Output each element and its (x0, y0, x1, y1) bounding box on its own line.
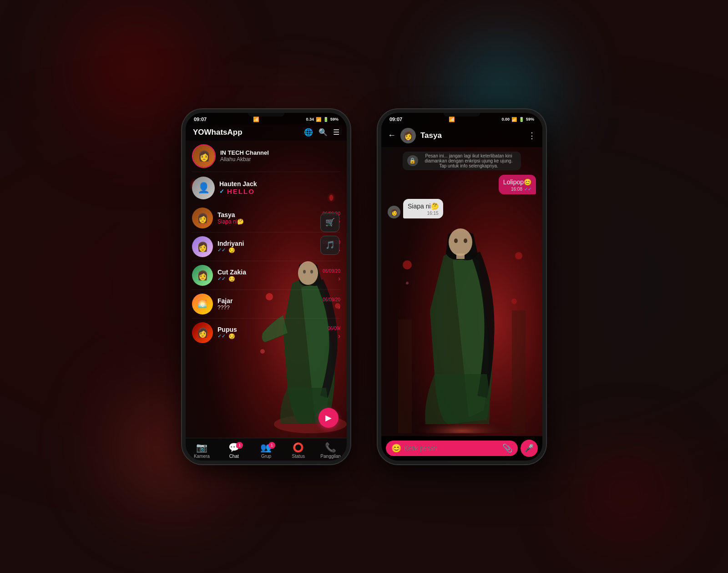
menu-icon[interactable]: ☰ (333, 128, 339, 137)
check-icon: ✓ (219, 188, 225, 195)
chat-name-pupus: Pupus (217, 326, 323, 333)
music-button[interactable]: 🎵 (320, 236, 339, 255)
channel-subtitle: Allahu Akbar (220, 156, 340, 162)
header-icons: 🌐 🔍 ☰ (304, 128, 339, 137)
battery-icon-2: 🔋 (519, 117, 524, 122)
chat-preview-tasya: Siapa ni🤔 (217, 218, 318, 225)
phone-chat-list: 09:07 📶 0.34 📶 🔋 59% YOWhatsApp 🌐 🔍 ☰ (182, 109, 350, 464)
cart-icon: 🛒 (325, 218, 335, 227)
chat-meta-fajar: 06/09/20 › (323, 297, 340, 311)
chat-badge: 1 (236, 442, 243, 449)
wifi-indicator: 📶 (253, 117, 259, 122)
chat-name-cutzakia: Cut Zakia (217, 269, 318, 276)
nav-status[interactable]: ⭕ Status (282, 442, 314, 459)
nav-panggilan-label: Panggilan (320, 454, 340, 459)
phone1-screen: 09:07 📶 0.34 📶 🔋 59% YOWhatsApp 🌐 🔍 ☰ (186, 113, 347, 461)
phone-icon: 📞 (325, 442, 336, 453)
messages-area: 🔒 Pesan ini... jangan lagi ikut keterlib… (381, 147, 542, 436)
chat-name-tasya: Tasya (217, 211, 318, 218)
search-icon[interactable]: 🔍 (318, 128, 328, 137)
notch-2 (444, 113, 480, 117)
featured-contact[interactable]: 👤 Hauten Jack ✓ HELLO (186, 172, 347, 204)
featured-name: Hauten Jack (219, 180, 340, 188)
chat-meta-cutzakia: 06/09/20 › (323, 269, 340, 282)
music-icon: 🎵 (325, 240, 335, 250)
featured-info: Hauten Jack ✓ HELLO (219, 180, 340, 195)
battery-icon: 🔋 (323, 117, 329, 122)
signal-2: 0.00 (501, 117, 510, 122)
nav-kamera-label: Kamera (194, 454, 210, 459)
bottom-nav: 📷 Kamera 1 💬 Chat 1 👥 Grup ⭕ Status (186, 438, 347, 461)
nav-grup[interactable]: 1 👥 Grup (250, 442, 283, 459)
phone2-screen: 09:07 📶 0.00 📶 🔋 59% ← 👩 Tasya ⋮ (381, 113, 542, 461)
msg-outgoing-lolipop: Lolipop😊 16:08 ✓✓ (388, 175, 536, 194)
chat-preview-fajar: ???? (217, 304, 318, 311)
avatar-pupus: 👩 (192, 322, 213, 343)
chevron-cutzakia: › (338, 275, 340, 282)
divider-5 (192, 318, 340, 319)
avatar-fajar: 🌅 (192, 294, 213, 314)
app-title: YOWhatsApp (193, 128, 243, 137)
msg-check-lolipop: ✓✓ (524, 187, 531, 192)
phones-container: 09:07 📶 0.34 📶 🔋 59% YOWhatsApp 🌐 🔍 ☰ (182, 109, 546, 464)
chevron-fajar: › (338, 304, 340, 311)
status-right: 0.34 📶 🔋 59% (306, 117, 339, 122)
system-message: 🔒 Pesan ini... jangan lagi ikut keterlib… (388, 152, 536, 170)
chat-meta-pupus: 06/09/ › (328, 326, 340, 340)
chat-item-cutzakia[interactable]: 👩 Cut Zakia ✓✓ 😏 06/09/20 › (186, 261, 347, 289)
camera-icon: 📷 (196, 442, 207, 453)
more-options-icon[interactable]: ⋮ (528, 131, 536, 141)
cart-button[interactable]: 🛒 (320, 213, 339, 232)
chat-info-fajar: Fajar ???? (217, 297, 318, 311)
contact-avatar: 👩 (400, 128, 416, 143)
nav-chat-label: Chat (229, 454, 239, 459)
message-input[interactable] (404, 445, 500, 452)
globe-icon[interactable]: 🌐 (304, 128, 313, 137)
signal-bars-2: 📶 (511, 117, 517, 122)
msg-incoming-siapani: 👩 Siapa ni🤔 16:15 (388, 199, 536, 218)
back-button[interactable]: ← (388, 131, 396, 140)
microphone-icon: 🎤 (525, 444, 534, 452)
nav-panggilan[interactable]: 📞 Panggilan (314, 442, 347, 459)
quick-actions: 🛒 🎵 (320, 213, 339, 255)
chat-time-fajar: 06/09/20 (323, 297, 340, 302)
app-header: YOWhatsApp 🌐 🔍 ☰ (186, 124, 347, 141)
status-indicator: 📶 (253, 117, 259, 122)
status-indicator-2: 📶 (449, 117, 455, 122)
system-msg-text: Pesan ini... jangan lagi ikut keterlibat… (421, 153, 517, 168)
chat-time-cutzakia: 06/09/20 (323, 269, 340, 274)
phone-chat-screen: 09:07 📶 0.00 📶 🔋 59% ← 👩 Tasya ⋮ (378, 109, 546, 464)
fab-button[interactable]: ▶ (318, 408, 339, 428)
featured-hello: ✓ HELLO (219, 188, 340, 195)
voice-button[interactable]: 🎤 (521, 440, 538, 457)
signal-bars: 📶 (316, 117, 321, 122)
nav-chat[interactable]: 1 💬 Chat (218, 442, 250, 459)
chat-header: ← 👩 Tasya ⋮ (381, 124, 542, 147)
emoji-button[interactable]: 😊 (391, 443, 401, 453)
msg-meta-siapani: 16:15 (408, 211, 439, 216)
chat-preview-indriyani: ✓✓ 😏 (217, 247, 318, 254)
channel-name: IN TECH Channel (220, 149, 340, 156)
attach-button[interactable]: 📎 (502, 443, 512, 453)
chat-info-pupus: Pupus ✓✓ 😏 (217, 326, 323, 340)
notch (248, 113, 284, 117)
chat-time-pupus: 06/09/ (328, 326, 340, 331)
incoming-avatar: 👩 (388, 206, 400, 218)
chat-item-pupus[interactable]: 👩 Pupus ✓✓ 😏 06/09/ › (186, 319, 347, 347)
nav-status-label: Status (292, 454, 305, 459)
time-display-2: 09:07 (389, 117, 402, 122)
channel-info: IN TECH Channel Allahu Akbar (220, 149, 340, 162)
avatar-tasya: 👩 (192, 208, 213, 228)
battery-level: 59% (330, 117, 339, 122)
system-msg-bubble: 🔒 Pesan ini... jangan lagi ikut keterlib… (403, 152, 521, 170)
send-icon: ▶ (325, 413, 332, 423)
chat-item-fajar[interactable]: 🌅 Fajar ???? 06/09/20 › (186, 290, 347, 318)
chat-preview-cutzakia: ✓✓ 😏 (217, 276, 318, 282)
nav-grup-label: Grup (261, 454, 271, 459)
chat-info-tasya: Tasya Siapa ni🤔 (217, 211, 318, 225)
nav-kamera[interactable]: 📷 Kamera (186, 442, 218, 459)
grup-badge: 1 (268, 442, 275, 449)
featured-avatar: 👤 (192, 177, 215, 199)
channel-item[interactable]: 👩 IN TECH Channel Allahu Akbar (186, 141, 347, 172)
battery-level-2: 59% (526, 117, 534, 122)
